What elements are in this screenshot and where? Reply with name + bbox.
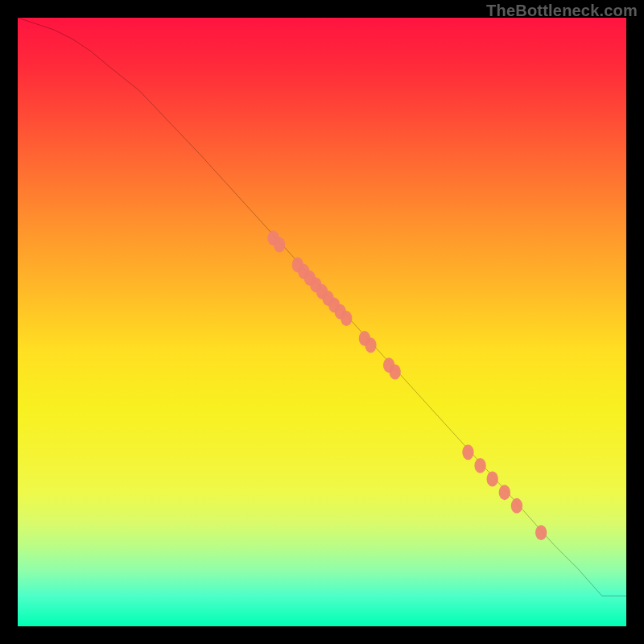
data-point <box>499 485 510 500</box>
chart-frame: TheBottleneck.com <box>0 0 644 644</box>
data-point <box>486 472 497 487</box>
data-point <box>474 458 485 473</box>
data-point <box>341 311 352 326</box>
data-point <box>390 365 401 380</box>
plot-area <box>18 18 626 626</box>
data-point <box>365 337 376 353</box>
data-point <box>535 525 547 540</box>
data-point <box>274 237 285 253</box>
curve-path <box>18 18 626 596</box>
data-point <box>462 444 473 460</box>
scatter-series <box>267 230 547 540</box>
line-series <box>18 18 626 596</box>
watermark-label: TheBottleneck.com <box>486 2 638 20</box>
data-point <box>511 498 522 514</box>
chart-svg <box>18 18 626 626</box>
